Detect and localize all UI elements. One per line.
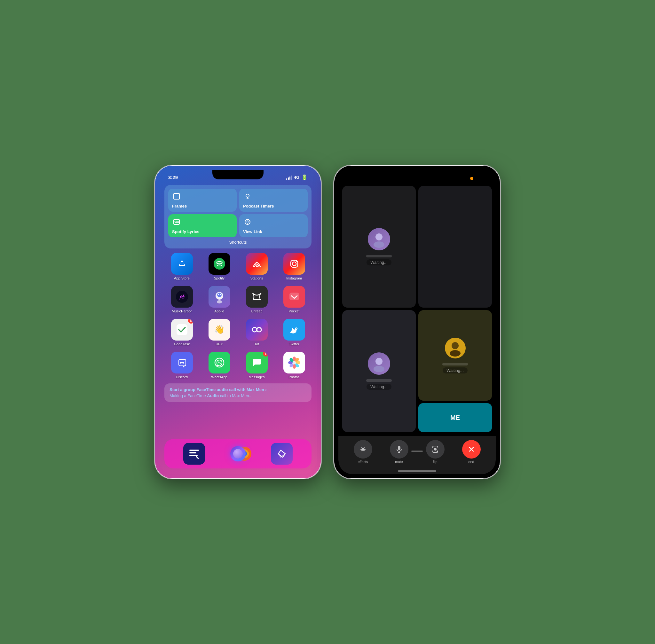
signal-icon: [286, 175, 292, 180]
app-messages[interactable]: 1 Messages: [239, 352, 274, 379]
app-stations[interactable]: Stations: [239, 253, 274, 280]
app-discord[interactable]: Discord: [164, 352, 199, 379]
shortcuts-grid: Frames Podcast Timers: [168, 189, 308, 237]
app-apollo[interactable]: Apollo: [202, 286, 237, 313]
home-indicator-right: [398, 470, 436, 472]
svg-rect-34: [189, 452, 196, 454]
app-hey[interactable]: 👋 HEY: [202, 319, 237, 346]
svg-point-20: [257, 327, 261, 332]
mute-button[interactable]: mute: [390, 440, 408, 464]
svg-point-41: [376, 358, 383, 365]
notch: [212, 170, 264, 179]
shortcuts-widget: Frames Podcast Timers: [164, 185, 312, 249]
app-pocket[interactable]: Pocket: [277, 286, 312, 313]
waiting-text-1: Waiting...: [366, 259, 391, 266]
spotify-lyrics-icon: [172, 217, 181, 226]
svg-point-21: [180, 362, 182, 364]
view-link-icon: [243, 217, 252, 226]
messages-icon: 1: [246, 352, 268, 373]
app-twitter[interactable]: Twitter: [277, 319, 312, 346]
svg-rect-45: [398, 446, 401, 450]
pocket-icon: [284, 286, 305, 307]
svg-point-43: [452, 342, 459, 349]
apollo-label: Apollo: [214, 309, 224, 313]
notch-right: [391, 170, 443, 179]
shortcut-view-link[interactable]: View Link: [239, 214, 308, 237]
end-button[interactable]: end: [462, 440, 481, 464]
facetime-tile-3: Waiting...: [418, 310, 492, 401]
waiting-bar-3: [442, 363, 468, 366]
messages-badge: 1: [263, 352, 268, 356]
facetime-grid: Waiting... Waiting...: [338, 170, 496, 436]
svg-rect-17: [177, 324, 187, 335]
app-tot[interactable]: Tot: [239, 319, 274, 346]
dock-reeder[interactable]: [183, 443, 205, 465]
appstore-label: App Store: [174, 276, 190, 280]
orange-dot-indicator: [470, 177, 473, 180]
mute-label: mute: [395, 460, 403, 464]
svg-rect-16: [290, 293, 299, 300]
tot-label: Tot: [254, 342, 259, 346]
status-icons: 4G 🔋: [286, 174, 308, 180]
flip-icon: [426, 440, 445, 459]
frames-icon: [172, 192, 181, 201]
end-label: end: [468, 460, 474, 464]
app-musicharbor[interactable]: MusicHarbor: [164, 286, 199, 313]
view-link-label: View Link: [243, 229, 304, 234]
appstore-icon: [171, 253, 193, 275]
app-instagram[interactable]: Instagram: [277, 253, 312, 280]
app-unread[interactable]: Unread: [239, 286, 274, 313]
svg-point-14: [218, 294, 219, 295]
dock-siri[interactable]: [230, 446, 246, 461]
unread-label: Unread: [251, 309, 262, 313]
avatar-2: [368, 352, 390, 375]
app-whatsapp[interactable]: WhatsApp: [202, 352, 237, 379]
twitter-label: Twitter: [289, 342, 299, 346]
effects-icon: [354, 440, 372, 459]
facetime-tile-1: Waiting...: [342, 186, 416, 307]
me-label: ME: [450, 414, 460, 421]
dock-shortcuts[interactable]: [271, 443, 293, 465]
goodtask-label: GoodTask: [174, 342, 190, 346]
svg-point-15: [220, 294, 221, 295]
app-appstore[interactable]: App Store: [164, 253, 199, 280]
network-type: 4G: [294, 175, 299, 180]
whatsapp-label: WhatsApp: [211, 375, 227, 379]
app-goodtask[interactable]: 6 GoodTask: [164, 319, 199, 346]
waiting-bar-2: [366, 379, 392, 382]
svg-point-40: [374, 242, 384, 248]
discord-label: Discord: [176, 375, 188, 379]
siri-calling-status: Making a FaceTime Audio call to Max Men.…: [170, 393, 307, 398]
app-spotify[interactable]: Spotify: [202, 253, 237, 280]
instagram-label: Instagram: [286, 276, 302, 280]
apollo-icon: [208, 286, 230, 307]
discord-icon: [171, 352, 193, 373]
svg-point-6: [256, 266, 258, 267]
siri-banner[interactable]: Start a group FaceTime audio call with M…: [164, 384, 312, 402]
effects-button[interactable]: effects: [354, 440, 372, 464]
svg-rect-0: [174, 193, 179, 199]
shortcut-spotify-lyrics[interactable]: Spotify Lyrics: [168, 214, 237, 237]
svg-point-1: [246, 194, 249, 197]
svg-point-3: [175, 221, 176, 222]
shortcut-frames[interactable]: Frames: [168, 189, 237, 212]
avatar-1: [368, 228, 390, 250]
spotify-icon: [208, 253, 230, 275]
facetime-controls: effects mute: [338, 436, 496, 474]
svg-point-12: [217, 293, 222, 297]
musicharbor-icon: [171, 286, 193, 307]
app-photos[interactable]: Photos: [277, 352, 312, 379]
spotify-lyrics-label: Spotify Lyrics: [172, 229, 233, 234]
app-grid: App Store Spotify: [159, 249, 317, 379]
shortcut-podcast-timers[interactable]: Podcast Timers: [239, 189, 308, 212]
svg-point-39: [376, 233, 383, 240]
svg-point-44: [450, 350, 460, 356]
podcast-icon: [243, 192, 252, 201]
hey-label: HEY: [216, 342, 223, 346]
svg-point-5: [213, 258, 225, 270]
avatar-3: [445, 338, 466, 359]
stations-label: Stations: [250, 276, 263, 280]
musicharbor-label: MusicHarbor: [172, 309, 191, 313]
left-phone: 3:29 4G 🔋: [155, 165, 321, 479]
flip-button[interactable]: flip: [426, 440, 445, 464]
